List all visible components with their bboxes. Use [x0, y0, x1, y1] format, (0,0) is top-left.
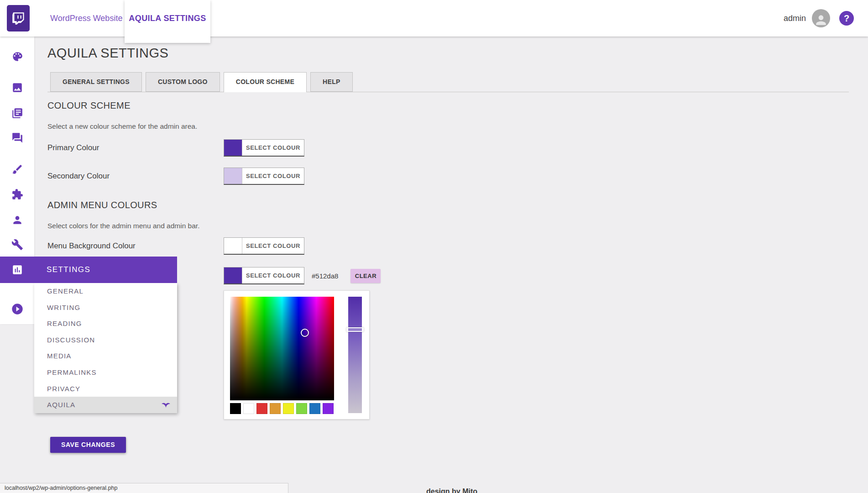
sidebar-item-dashboard[interactable]	[0, 46, 34, 67]
colour-scheme-description: Select a new colour scheme for the admin…	[47, 122, 197, 131]
tab-custom-logo[interactable]: CUSTOM LOGO	[146, 72, 220, 92]
tab-general-settings[interactable]: GENERAL SETTINGS	[50, 72, 142, 92]
comments-icon	[11, 132, 23, 144]
browser-status-bar: localhost/wp2/wp-admin/options-general.p…	[0, 483, 288, 493]
clear-button[interactable]: CLEAR	[350, 269, 381, 283]
brush-icon	[11, 163, 23, 175]
palette-swatch-purple[interactable]	[323, 403, 334, 414]
palette-icon	[11, 51, 23, 63]
sidebar-item-plugins[interactable]	[0, 184, 34, 205]
twitch-glyph-icon	[10, 10, 26, 26]
admin-menu-colours-heading: ADMIN MENU COLOURS	[47, 200, 157, 210]
menu-colour-swatch	[224, 267, 242, 283]
collapse-menu-button[interactable]	[11, 303, 24, 315]
submenu-item-reading[interactable]: READING	[34, 315, 177, 332]
menu-background-colour-row: Menu Background Colour SELECT COLOUR	[47, 237, 304, 255]
footer-credit-link[interactable]: design by Mito	[426, 488, 477, 493]
image-icon	[11, 82, 23, 94]
submenu-item-aquila[interactable]: AQUILA	[34, 397, 177, 413]
saturation-value-square[interactable]	[230, 297, 334, 400]
palette-swatch-orange[interactable]	[270, 403, 281, 414]
colour-scheme-heading: COLOUR SCHEME	[47, 100, 131, 111]
avatar[interactable]	[812, 9, 830, 27]
palette-swatch-red[interactable]	[256, 403, 267, 414]
secondary-colour-row: Secondary Colour SELECT COLOUR	[47, 168, 304, 185]
save-changes-button[interactable]: SAVE CHANGES	[50, 437, 126, 453]
preset-palette	[230, 403, 334, 414]
menu-colour-picker-button[interactable]: SELECT COLOUR	[224, 267, 304, 284]
tab-bar: GENERAL SETTINGS CUSTOM LOGO COLOUR SCHE…	[50, 72, 353, 92]
palette-swatch-yellow[interactable]	[283, 403, 294, 414]
palette-swatch-green[interactable]	[296, 403, 307, 414]
primary-colour-label: Primary Colour	[47, 143, 224, 152]
hex-value-field[interactable]: #512da8	[312, 272, 338, 280]
wrench-icon	[11, 239, 23, 251]
topbar-item-label: AQUILA SETTINGS	[129, 14, 206, 23]
submenu-item-writing[interactable]: WRITING	[34, 299, 177, 316]
site-link[interactable]: WordPress Website	[50, 0, 122, 37]
aquila-bird-icon	[161, 400, 171, 409]
settings-submenu: GENERAL WRITING READING DISCUSSION MEDIA…	[34, 283, 177, 413]
saturation-handle[interactable]	[301, 329, 309, 337]
topbar-item-aquila-settings[interactable]: AQUILA SETTINGS	[125, 0, 210, 43]
submenu-item-general[interactable]: GENERAL	[34, 283, 177, 299]
play-circle-icon	[11, 303, 24, 315]
settings-chart-icon	[11, 264, 23, 276]
submenu-item-discussion[interactable]: DISCUSSION	[34, 332, 177, 348]
submenu-item-media[interactable]: MEDIA	[34, 348, 177, 364]
menu-background-colour-label: Menu Background Colour	[47, 241, 224, 251]
admin-menu-colours-description: Select colors for the admin menu and adm…	[47, 222, 199, 230]
palette-swatch-blue[interactable]	[309, 403, 320, 414]
sidebar-item-pages[interactable]	[0, 103, 34, 124]
menu-colour-open-row: SELECT COLOUR #512da8 CLEAR	[224, 267, 381, 284]
shade-slider[interactable]	[348, 297, 362, 413]
help-icon[interactable]: ?	[839, 11, 854, 26]
sidebar-item-comments[interactable]	[0, 127, 34, 148]
site-logo[interactable]	[7, 5, 30, 31]
screen: WordPress Website AQUILA SETTINGS admin …	[0, 0, 868, 493]
primary-colour-picker-button[interactable]: SELECT COLOUR	[224, 139, 304, 157]
sidebar-item-media[interactable]	[0, 77, 34, 98]
secondary-colour-picker-button[interactable]: SELECT COLOUR	[224, 168, 304, 185]
menu-background-picker-button[interactable]: SELECT COLOUR	[224, 237, 304, 255]
menu-background-swatch	[224, 238, 242, 254]
submenu-item-permalinks[interactable]: PERMALINKS	[34, 364, 177, 381]
secondary-colour-label: Secondary Colour	[47, 172, 224, 181]
sidebar-item-users[interactable]	[0, 210, 34, 231]
shade-slider-handle[interactable]	[346, 327, 364, 332]
sidebar-item-appearance[interactable]	[0, 159, 34, 180]
primary-colour-swatch	[224, 140, 242, 156]
person-icon	[814, 13, 828, 27]
page-title: AQUILA SETTINGS	[47, 46, 168, 61]
submenu-item-privacy[interactable]: PRIVACY	[34, 381, 177, 397]
sidebar-item-tools[interactable]	[0, 234, 34, 255]
sidebar-settings-label: SETTINGS	[47, 257, 90, 283]
colour-picker-panel	[224, 290, 370, 420]
books-icon	[11, 107, 23, 119]
palette-swatch-white[interactable]	[243, 403, 254, 414]
primary-colour-row: Primary Colour SELECT COLOUR	[47, 139, 304, 157]
palette-swatch-black[interactable]	[230, 403, 241, 414]
username[interactable]: admin	[748, 0, 806, 37]
admin-topbar: WordPress Website AQUILA SETTINGS admin …	[0, 0, 868, 37]
plugin-icon	[11, 189, 23, 200]
secondary-colour-swatch	[224, 168, 242, 184]
tab-help[interactable]: HELP	[310, 72, 353, 92]
tab-colour-scheme[interactable]: COLOUR SCHEME	[224, 72, 307, 92]
user-icon	[11, 214, 23, 226]
sidebar-item-settings[interactable]: SETTINGS	[0, 257, 177, 283]
